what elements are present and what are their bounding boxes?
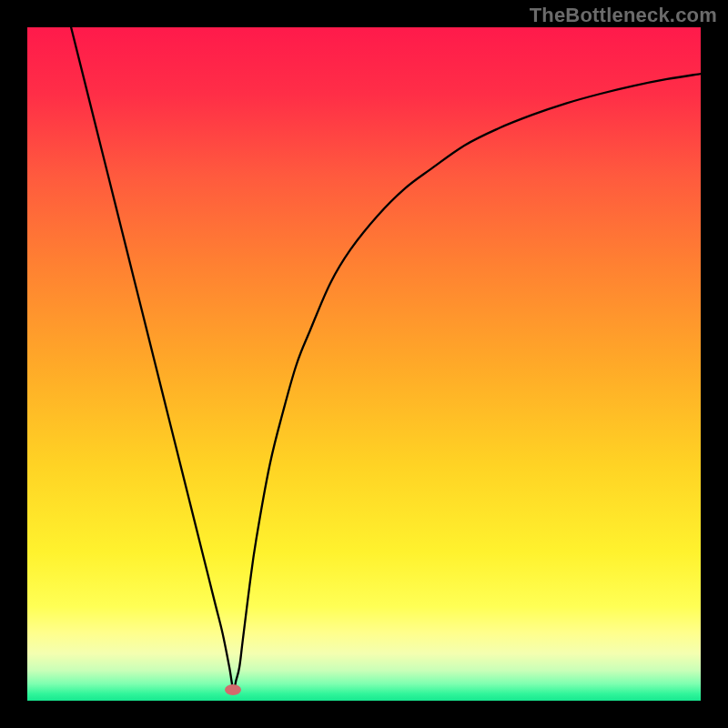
minimum-marker [225, 684, 241, 695]
plot-area [27, 27, 701, 701]
gradient-background [27, 27, 701, 701]
outer-frame: TheBottleneck.com [0, 0, 728, 728]
chart-svg [27, 27, 701, 701]
watermark-text: TheBottleneck.com [530, 4, 717, 27]
